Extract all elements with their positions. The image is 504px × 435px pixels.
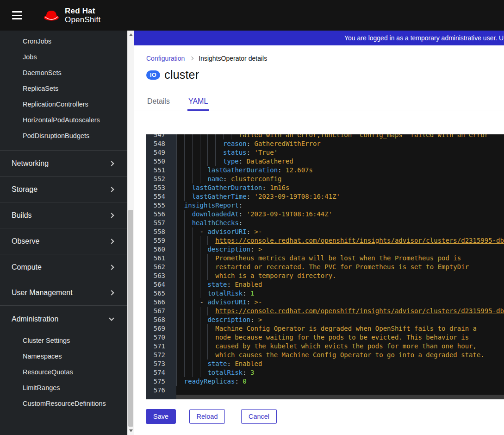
indent-guide bbox=[184, 307, 192, 315]
sidebar-section-label: Builds bbox=[12, 211, 32, 220]
indent-guide bbox=[192, 271, 200, 280]
yaml-token: : bbox=[239, 158, 247, 165]
sidebar-item-customresourcedefinitions[interactable]: CustomResourceDefinitions bbox=[0, 396, 134, 411]
scroll-up-arrow-icon[interactable] bbox=[128, 32, 134, 38]
indent-guide bbox=[184, 210, 192, 219]
indent-guide bbox=[176, 134, 184, 139]
indent-guide bbox=[207, 139, 215, 148]
scroll-down-arrow-icon[interactable] bbox=[128, 428, 134, 434]
line-content: healthChecks: bbox=[176, 219, 504, 227]
indent-guide bbox=[184, 192, 192, 201]
masthead: Red Hat OpenShift bbox=[0, 0, 504, 31]
sidebar-item-jobs[interactable]: Jobs bbox=[0, 49, 134, 65]
indent-guide bbox=[200, 139, 208, 148]
sidebar-scrollbar[interactable] bbox=[127, 31, 134, 435]
sidebar-item-cronjobs[interactable]: CronJobs bbox=[0, 33, 134, 49]
yaml-token: reason bbox=[223, 140, 247, 147]
hamburger-menu-icon[interactable] bbox=[12, 11, 22, 19]
tab-bar: DetailsYAML bbox=[134, 91, 504, 111]
editor-line: 569Machine Config Operator is degraded w… bbox=[146, 324, 504, 333]
yaml-token: : bbox=[227, 360, 235, 367]
line-content: https://console.redhat.com/openshift/ins… bbox=[176, 236, 504, 245]
indent-guide bbox=[176, 315, 184, 324]
indent-guide bbox=[215, 157, 223, 166]
tab-yaml[interactable]: YAML bbox=[187, 91, 209, 111]
indent-guide bbox=[192, 298, 200, 307]
breadcrumb: Configuration InsightsOperator details bbox=[134, 45, 504, 62]
indent-guide bbox=[176, 263, 184, 271]
indent-guide bbox=[176, 324, 184, 333]
sidebar-item-replicasets[interactable]: ReplicaSets bbox=[0, 81, 134, 96]
sidebar-item-replicationcontrollers[interactable]: ReplicationControllers bbox=[0, 96, 134, 112]
indent-guide bbox=[184, 148, 192, 157]
line-content: which causes the Machine Config Operator… bbox=[176, 351, 504, 359]
indent-guide bbox=[192, 289, 200, 298]
save-button[interactable]: Save bbox=[146, 409, 176, 424]
sidebar-item-horizontalpodautoscalers[interactable]: HorizontalPodAutoscalers bbox=[0, 112, 134, 128]
indent-guide bbox=[200, 175, 208, 183]
scrollbar-thumb[interactable] bbox=[128, 210, 133, 427]
sidebar-section-storage[interactable]: Storage bbox=[0, 176, 134, 202]
indent-guide bbox=[200, 148, 208, 157]
yaml-token: which is a temporary directory. bbox=[215, 272, 336, 279]
indent-guide bbox=[184, 254, 192, 263]
line-number: 571 bbox=[146, 342, 176, 351]
yaml-token: : bbox=[250, 246, 258, 253]
yaml-token: 3 bbox=[250, 369, 254, 376]
yaml-token: : bbox=[262, 184, 270, 191]
yaml-token: DataGathered bbox=[247, 158, 293, 165]
indent-guide bbox=[215, 139, 223, 148]
line-number: 569 bbox=[146, 324, 176, 333]
indent-guide bbox=[176, 183, 184, 192]
indent-guide bbox=[200, 315, 208, 324]
indent-guide bbox=[192, 148, 200, 157]
cancel-button[interactable]: Cancel bbox=[241, 409, 277, 424]
indent-guide bbox=[192, 280, 200, 289]
sidebar-item-limitranges[interactable]: LimitRanges bbox=[0, 380, 134, 396]
brand-line1: Red Hat bbox=[65, 6, 100, 15]
reload-button[interactable]: Reload bbox=[189, 409, 225, 424]
yaml-token: '2023-09-19T08:16:44Z' bbox=[247, 210, 332, 218]
yaml-token: : bbox=[278, 166, 286, 174]
yaml-token: : bbox=[239, 210, 247, 218]
line-content: name: clusterconfig bbox=[176, 175, 504, 183]
sidebar-item-poddisruptionbudgets[interactable]: PodDisruptionBudgets bbox=[0, 128, 134, 144]
yaml-token: lastGatherDuration bbox=[192, 184, 262, 191]
editor-horizontal-scrollbar[interactable] bbox=[176, 395, 504, 399]
yaml-token: : bbox=[247, 298, 255, 306]
line-number: 559 bbox=[146, 236, 176, 245]
editor-line: 571caused by the kubelet which evicts th… bbox=[146, 342, 504, 351]
breadcrumb-link-configuration[interactable]: Configuration bbox=[146, 55, 185, 62]
chevron-right-icon bbox=[109, 265, 114, 270]
indent-guide bbox=[176, 298, 184, 307]
sidebar-item-namespaces[interactable]: Namespaces bbox=[0, 348, 134, 364]
sidebar-section-administration[interactable]: Administration bbox=[0, 306, 134, 332]
indent-guide bbox=[231, 134, 239, 139]
line-content: Machine Config Operator is degraded when… bbox=[176, 324, 504, 333]
editor-line: 575readyReplicas: 0 bbox=[146, 377, 504, 386]
line-content: reason: GatheredWithError bbox=[176, 139, 504, 148]
chevron-right-icon bbox=[109, 290, 114, 295]
yaml-link[interactable]: https://console.redhat.com/openshift/ins… bbox=[215, 237, 504, 244]
indent-guide bbox=[184, 324, 192, 333]
yaml-token: status bbox=[223, 149, 247, 156]
line-number: 554 bbox=[146, 192, 176, 201]
tab-details[interactable]: Details bbox=[146, 91, 171, 111]
sidebar-section-compute[interactable]: Compute bbox=[0, 254, 134, 280]
editor-line: 548reason: GatheredWithError bbox=[146, 139, 504, 148]
line-number: 557 bbox=[146, 219, 176, 227]
editor-line: 565totalRisk: 1 bbox=[146, 289, 504, 298]
sidebar-section-observe[interactable]: Observe bbox=[0, 228, 134, 254]
yaml-link[interactable]: https://console.redhat.com/openshift/ins… bbox=[215, 307, 504, 315]
yaml-editor[interactable]: 547failed with an error,function "config… bbox=[146, 134, 504, 399]
sidebar-section-builds[interactable]: Builds bbox=[0, 202, 134, 228]
sidebar-item-cluster-settings[interactable]: Cluster Settings bbox=[0, 333, 134, 348]
yaml-token: : bbox=[250, 316, 258, 323]
sidebar-item-resourcequotas[interactable]: ResourceQuotas bbox=[0, 364, 134, 380]
sidebar-section-user-management[interactable]: User Management bbox=[0, 280, 134, 306]
sidebar-item-daemonsets[interactable]: DaemonSets bbox=[0, 65, 134, 81]
line-number: 568 bbox=[146, 315, 176, 324]
indent-guide bbox=[184, 139, 192, 148]
sidebar-section-networking[interactable]: Networking bbox=[0, 150, 134, 176]
yaml-token: : bbox=[243, 290, 250, 297]
